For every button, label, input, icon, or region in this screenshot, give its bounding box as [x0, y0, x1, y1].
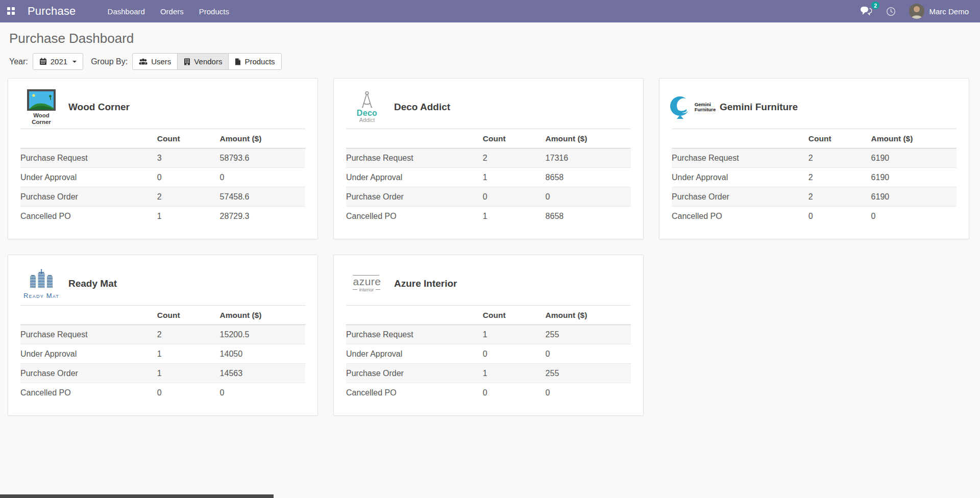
azure-interior-logo-image: azureinterior: [353, 275, 381, 292]
table-row: Purchase Order257458.6: [20, 187, 305, 207]
ready-mat-logo-image: [28, 269, 55, 291]
count-value: 1: [483, 364, 546, 383]
year-value: 2021: [51, 57, 67, 66]
table-header-row: Count Amount ($): [20, 129, 305, 148]
amount-value: 28729.3: [220, 207, 305, 226]
row-label: Purchase Request: [20, 148, 157, 168]
group-by-users-button[interactable]: Users: [132, 53, 178, 70]
table-row: Purchase Request1255: [346, 325, 631, 344]
apps-grid-icon[interactable]: [7, 7, 15, 15]
vendor-stats-table: Count Amount ($) Purchase Request1255Und…: [346, 305, 631, 402]
table-row: Cancelled PO18658: [346, 207, 631, 226]
row-label: Purchase Request: [672, 148, 808, 168]
row-label: Under Approval: [672, 168, 808, 187]
table-row: Under Approval18658: [346, 168, 631, 187]
header-amount: Amount ($): [220, 306, 305, 325]
button-label: Products: [244, 57, 275, 66]
amount-value: 0: [220, 383, 305, 403]
row-label: Purchase Request: [346, 148, 483, 168]
table-row: Under Approval00: [20, 168, 305, 187]
table-row: Cancelled PO128729.3: [20, 207, 305, 226]
table-row: Purchase Request26190: [672, 148, 957, 168]
row-label: Purchase Order: [20, 364, 157, 383]
messages-count-badge: 2: [871, 2, 880, 9]
ready-mat-logo: Ready Mat: [20, 269, 62, 299]
amount-value: 0: [546, 344, 631, 364]
nav-item-orders[interactable]: Orders: [160, 7, 184, 16]
year-select-button[interactable]: 2021: [33, 53, 83, 70]
table-header-row: Count Amount ($): [672, 129, 957, 148]
amount-value: 14050: [220, 344, 305, 364]
amount-value: 6190: [871, 168, 957, 187]
page-title: Purchase Dashboard: [9, 31, 980, 46]
header-blank: [20, 306, 157, 325]
filter-toolbar: Year: 2021 Group By: Users Vendors Produ…: [9, 53, 980, 70]
button-label: Vendors: [194, 57, 222, 66]
table-header-row: Count Amount ($): [346, 129, 631, 148]
activities-clock-icon[interactable]: [886, 7, 896, 18]
table-row: Purchase Order1255: [346, 364, 631, 383]
count-value: 1: [157, 207, 220, 226]
top-navbar: Purchase Dashboard Orders Products 2: [0, 0, 980, 22]
row-label: Purchase Order: [346, 187, 483, 207]
nav-item-dashboard[interactable]: Dashboard: [108, 7, 145, 16]
amount-value: 0: [546, 187, 631, 207]
users-icon: [139, 58, 148, 65]
scrollbar-thumb[interactable]: [0, 494, 274, 498]
row-label: Cancelled PO: [672, 207, 808, 226]
button-label: Users: [151, 57, 171, 66]
header-amount: Amount ($): [871, 129, 957, 148]
count-value: 0: [808, 207, 871, 226]
count-value: 0: [483, 383, 546, 403]
amount-value: 6190: [871, 148, 957, 168]
row-label: Purchase Request: [346, 325, 483, 344]
products-icon: [235, 58, 241, 65]
table-row: Under Approval114050: [20, 344, 305, 364]
count-value: 2: [808, 148, 871, 168]
row-label: Cancelled PO: [346, 383, 483, 403]
amount-value: 58793.6: [220, 148, 305, 168]
row-label: Purchase Request: [20, 325, 157, 344]
vendor-card-ready-mat: Ready Mat Ready Mat Count Amount ($) Pur…: [8, 255, 318, 416]
app-brand[interactable]: Purchase: [28, 5, 76, 18]
header-count: Count: [157, 129, 220, 148]
count-value: 2: [483, 148, 546, 168]
dashboard-cards: WoodCorner Wood Corner Count Amount ($) …: [0, 78, 980, 416]
nav-item-products[interactable]: Products: [199, 7, 229, 16]
header-blank: [20, 129, 157, 148]
group-by-vendors-button[interactable]: Vendors: [177, 53, 229, 70]
year-label: Year:: [9, 57, 28, 66]
row-label: Cancelled PO: [20, 207, 157, 226]
amount-value: 8658: [546, 207, 631, 226]
count-value: 1: [483, 168, 546, 187]
count-value: 2: [157, 325, 220, 344]
group-by-button-group: Users Vendors Products: [132, 53, 281, 70]
user-name: Marc Demo: [929, 7, 969, 16]
group-by-products-button[interactable]: Products: [228, 53, 281, 70]
messages-icon[interactable]: 2: [860, 6, 873, 18]
wood-corner-logo-image: [27, 89, 56, 111]
amount-value: 255: [546, 325, 631, 344]
vendors-icon: [184, 58, 190, 65]
azure-interior-logo: azureinterior: [346, 275, 388, 292]
horizontal-scrollbar[interactable]: [0, 494, 980, 498]
user-menu[interactable]: Marc Demo: [909, 4, 969, 19]
table-row: Purchase Request217316: [346, 148, 631, 168]
amount-value: 0: [220, 168, 305, 187]
wood-corner-logo: WoodCorner: [20, 89, 62, 125]
count-value: 1: [157, 364, 220, 383]
calendar-icon: [39, 58, 47, 65]
table-row: Purchase Order00: [346, 187, 631, 207]
header-amount: Amount ($): [546, 306, 631, 325]
vendor-stats-table: Count Amount ($) Purchase Request217316U…: [346, 129, 631, 226]
vendor-card-deco-addict: DecoAddict Deco Addict Count Amount ($) …: [333, 78, 644, 239]
row-label: Under Approval: [20, 168, 157, 187]
table-row: Cancelled PO00: [20, 383, 305, 403]
table-row: Purchase Order114563: [20, 364, 305, 383]
amount-value: 255: [546, 364, 631, 383]
deco-addict-logo-image: [358, 91, 376, 109]
amount-value: 15200.5: [220, 325, 305, 344]
row-label: Cancelled PO: [346, 207, 483, 226]
vendor-card-gemini-furniture: GeminiFurniture Gemini Furniture Count A…: [659, 78, 969, 239]
vendor-card-azure-interior: azureinterior Azure Interior Count Amoun…: [333, 255, 644, 416]
